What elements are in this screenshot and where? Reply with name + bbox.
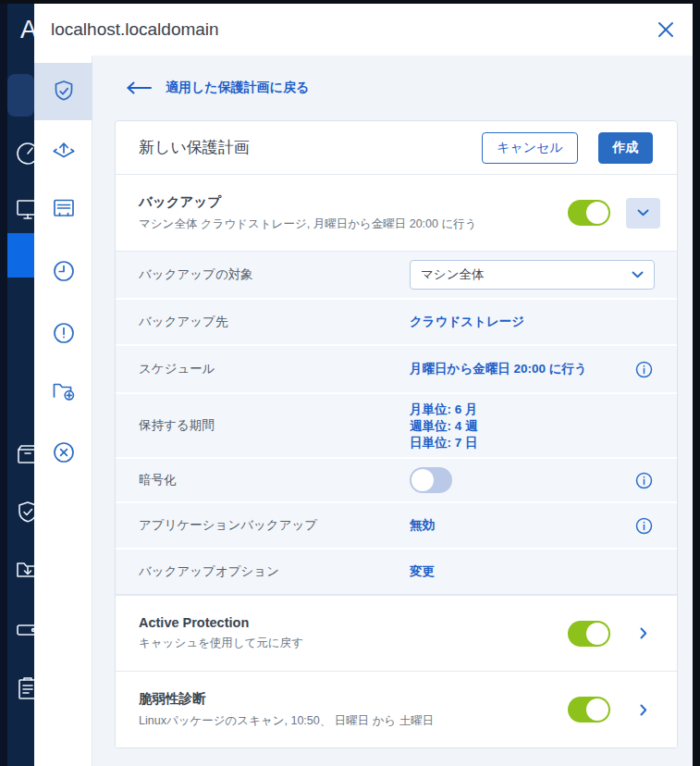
app-sidebar-edge xyxy=(0,4,7,766)
backup-module-controls xyxy=(568,198,660,229)
schedule-label: スケジュール xyxy=(116,361,410,377)
vulnerability-controls xyxy=(568,697,660,723)
toggle-knob xyxy=(586,698,608,721)
audit-clipboard-icon xyxy=(14,674,34,702)
tab-alerts[interactable] xyxy=(34,305,92,361)
backup-collapse-button[interactable] xyxy=(626,198,660,229)
machine-name-title: localhost.localdomain xyxy=(51,19,654,40)
backup-module-title: バックアップ xyxy=(139,193,568,211)
vault-icon xyxy=(51,195,77,221)
back-to-plans-link[interactable]: 適用した保護計画に戻る xyxy=(126,80,309,96)
backup-module-subtitle: マシン全体 クラウドストレージ, 月曜日から金曜日 20:00 に行う xyxy=(139,216,568,232)
schedule-link[interactable]: 月曜日から金曜日 20:00 に行う xyxy=(410,361,587,377)
active-protection-title: Active Protection xyxy=(139,615,568,630)
plan-title: 新しい保護計画 xyxy=(139,137,482,158)
backup-options-label: バックアップオプション xyxy=(116,563,410,580)
active-protection-controls xyxy=(568,621,660,647)
tab-activities[interactable] xyxy=(34,243,92,299)
active-protection-open[interactable] xyxy=(626,627,660,639)
machine-detail-panel: localhost.localdomain xyxy=(34,4,693,766)
schedule-row: スケジュール 月曜日から金曜日 20:00 に行う xyxy=(116,344,677,392)
panel-icon-strip xyxy=(34,56,92,766)
backup-source-select[interactable]: マシン全体 xyxy=(410,260,655,290)
storage-drive-icon xyxy=(14,616,34,644)
vulnerability-subtitle: Linuxパッケージのスキャン, 10:50、 日曜日 から 土曜日 xyxy=(139,713,568,729)
retention-values[interactable]: 月単位: 6 月 週単位: 4 週 日単位: 7 日 xyxy=(410,402,478,451)
active-protection-row: Active Protection キャッシュを使用して元に戻す xyxy=(116,595,677,671)
protection-plan-card: 新しい保護計画 キャンセル 作成 バックアップ マシン全体 クラウドストレージ,… xyxy=(115,120,678,748)
backup-source-label: バックアップの対象 xyxy=(116,266,410,283)
info-icon[interactable] xyxy=(635,361,653,378)
vulnerability-row: 脆弱性診断 Linuxパッケージのスキャン, 10:50、 日曜日 から 土曜日 xyxy=(116,671,677,747)
info-icon[interactable] xyxy=(635,517,653,535)
recovery-arrow-icon xyxy=(51,138,77,164)
tab-add-group[interactable] xyxy=(34,363,92,418)
window-right-edge xyxy=(693,0,700,766)
chevron-down-icon xyxy=(632,271,644,278)
back-row: 適用した保護計画に戻る xyxy=(93,56,693,120)
backup-destination-row: バックアップ先 クラウドストレージ xyxy=(116,298,677,344)
toggle-knob xyxy=(586,202,608,224)
application-backup-label: アプリケーションバックアップ xyxy=(116,517,410,534)
brand-logo: A xyxy=(20,16,34,44)
chevron-right-icon xyxy=(640,704,647,716)
tab-cancel[interactable] xyxy=(34,425,92,480)
vulnerability-open[interactable] xyxy=(626,704,660,716)
backup-destination-link[interactable]: クラウドストレージ xyxy=(410,314,524,330)
tab-backup-storage[interactable] xyxy=(34,180,92,236)
app-sidebar: A xyxy=(0,4,34,766)
sidebar-item-highlight xyxy=(7,74,34,117)
application-backup-row: アプリケーションバックアップ 無効 xyxy=(116,501,677,548)
dashboard-gauge-icon xyxy=(14,140,34,167)
backup-toggle[interactable] xyxy=(568,200,610,226)
shield-check-small-icon xyxy=(14,499,34,526)
tab-protection[interactable] xyxy=(34,63,92,120)
toggle-knob xyxy=(586,623,608,645)
retention-weekly: 週単位: 4 週 xyxy=(410,418,478,434)
folder-restore-icon xyxy=(14,556,34,584)
devices-monitor-icon xyxy=(14,195,34,223)
sidebar-item-active xyxy=(7,233,34,278)
retention-monthly: 月単位: 6 月 xyxy=(410,402,478,417)
retention-label: 保持する期間 xyxy=(116,417,410,434)
panel-body: 適用した保護計画に戻る 新しい保護計画 キャンセル 作成 バックアップ マシン全… xyxy=(34,56,693,766)
vulnerability-title: 脆弱性診断 xyxy=(139,690,568,708)
info-icon[interactable] xyxy=(635,472,653,489)
plan-header: 新しい保護計画 キャンセル 作成 xyxy=(116,121,677,174)
encryption-label: 暗号化 xyxy=(116,472,410,488)
cancel-button[interactable]: キャンセル xyxy=(482,132,578,164)
backup-source-value: マシン全体 xyxy=(421,266,632,283)
backup-options-row: バックアップオプション 変更 xyxy=(116,548,677,594)
create-button[interactable]: 作成 xyxy=(598,132,653,164)
active-protection-text: Active Protection キャッシュを使用して元に戻す xyxy=(139,615,568,651)
close-icon[interactable] xyxy=(654,18,678,42)
backup-module-text: バックアップ マシン全体 クラウドストレージ, 月曜日から金曜日 20:00 に… xyxy=(139,193,568,232)
tab-recovery[interactable] xyxy=(34,123,92,179)
backup-options-link[interactable]: 変更 xyxy=(410,563,435,580)
retention-row: 保持する期間 月単位: 6 月 週単位: 4 週 日単位: 7 日 xyxy=(116,392,677,457)
active-protection-subtitle: キャッシュを使用して元に戻す xyxy=(139,636,568,651)
chevron-down-icon xyxy=(637,209,649,216)
backup-source-row: バックアップの対象 マシン全体 xyxy=(116,252,677,298)
backup-module-row: バックアップ マシン全体 クラウドストレージ, 月曜日から金曜日 20:00 に… xyxy=(116,174,677,251)
encryption-row: 暗号化 xyxy=(116,457,677,501)
panel-header: localhost.localdomain xyxy=(34,4,693,56)
active-protection-toggle[interactable] xyxy=(568,621,610,647)
clock-icon xyxy=(51,258,77,284)
encryption-toggle[interactable] xyxy=(410,467,452,493)
back-arrow-icon xyxy=(126,80,153,95)
vulnerability-toggle[interactable] xyxy=(568,697,610,723)
shield-check-icon xyxy=(51,79,77,105)
chevron-right-icon xyxy=(640,627,647,639)
package-box-icon xyxy=(14,441,34,469)
add-folder-icon xyxy=(51,377,77,403)
retention-daily: 日単位: 7 日 xyxy=(410,435,478,451)
alert-circle-icon xyxy=(51,320,77,346)
cancel-circle-icon xyxy=(51,439,77,465)
vulnerability-text: 脆弱性診断 Linuxパッケージのスキャン, 10:50、 日曜日 から 土曜日 xyxy=(139,690,568,729)
backup-settings: バックアップの対象 マシン全体 バックアップ先 xyxy=(116,251,677,595)
backup-destination-label: バックアップ先 xyxy=(116,314,410,330)
application-backup-link[interactable]: 無効 xyxy=(410,517,435,534)
back-link-label: 適用した保護計画に戻る xyxy=(166,80,309,96)
toggle-knob xyxy=(411,469,434,491)
